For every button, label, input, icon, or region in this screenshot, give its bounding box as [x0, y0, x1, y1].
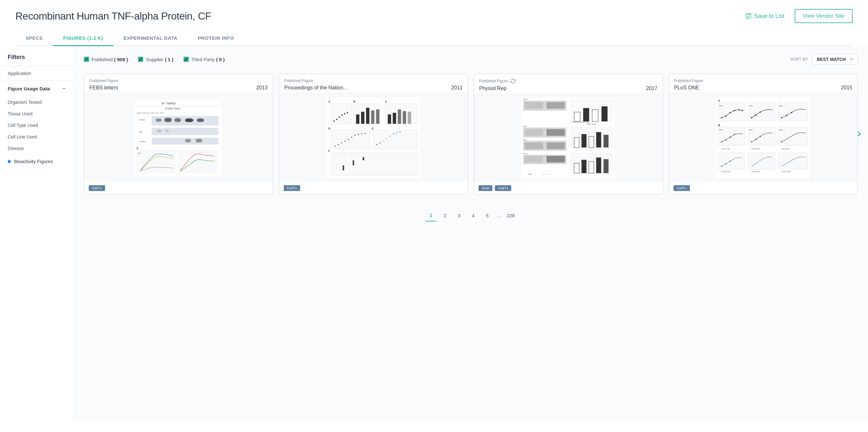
published-checkbox[interactable] [84, 57, 89, 62]
save-to-list-button[interactable]: Save to List [742, 10, 788, 22]
sidebar-item-disease[interactable]: Disease [0, 143, 73, 154]
card-4-footer: CellTx [669, 182, 858, 194]
view-vendor-button[interactable]: View Vendor Site [795, 9, 852, 23]
figure-card-1[interactable]: Published Figure FEBS letters 2013 IP: T… [84, 74, 273, 195]
svg-text:siRNA siRNA: siRNA siRNA [587, 123, 597, 125]
page-last-button[interactable]: 228 [505, 210, 517, 222]
svg-point-138 [786, 115, 787, 116]
svg-point-63 [379, 142, 380, 143]
tab-specs[interactable]: SPECS [16, 31, 53, 46]
svg-point-51 [338, 144, 339, 145]
svg-point-161 [730, 161, 731, 162]
refresh-icon [510, 79, 516, 84]
page-4-button[interactable]: 4 [467, 210, 479, 222]
svg-rect-116 [596, 157, 601, 173]
svg-rect-43 [388, 114, 391, 124]
card-3-label: Published Figure [479, 79, 657, 84]
svg-rect-7 [156, 119, 162, 122]
svg-text:Actin: Actin [523, 152, 528, 154]
svg-point-76 [353, 160, 354, 162]
filter-third-party[interactable]: Third Party ( 0 ) [184, 57, 224, 62]
card-1-header: Published Figure FEBS letters 2013 [84, 74, 273, 93]
card-3-image: Actin Control Scrambled Sp1 siRNA siRNA [474, 94, 663, 182]
svg-rect-162 [748, 153, 775, 170]
svg-rect-163 [778, 153, 808, 170]
page-dots: ... [496, 213, 502, 219]
page-3-button[interactable]: 3 [453, 210, 465, 222]
card-3-footer: ActA CellTx [474, 182, 663, 194]
svg-text:TNFα: TNFα [528, 173, 532, 175]
svg-point-74 [342, 169, 344, 170]
svg-text:B: B [718, 124, 720, 127]
filter-published[interactable]: Published ( 909 ) [84, 57, 128, 62]
svg-point-149 [751, 141, 752, 142]
svg-rect-84 [525, 102, 543, 109]
page-5-button[interactable]: 5 [482, 210, 493, 222]
svg-rect-46 [403, 111, 406, 124]
card-4-image: A Des [669, 93, 858, 182]
svg-rect-39 [366, 108, 369, 124]
svg-text:F: F [328, 149, 330, 152]
sidebar-section-figure-usage[interactable]: Figure Usage Data − [0, 81, 73, 96]
svg-point-127 [734, 110, 735, 111]
sidebar-item-cell-line[interactable]: Cell Line Used [0, 131, 73, 143]
svg-point-68 [396, 132, 397, 133]
sidebar-item-organism[interactable]: Organism Tested [0, 96, 73, 108]
supplier-checkbox[interactable] [138, 57, 143, 62]
svg-rect-38 [361, 112, 364, 124]
svg-text:**: ** [343, 154, 345, 156]
svg-text:log [PI] (M): log [PI] (M) [751, 148, 760, 150]
svg-point-151 [760, 136, 761, 137]
svg-text:IP: TNFR2: IP: TNFR2 [162, 102, 176, 105]
page-2-button[interactable]: 2 [439, 210, 451, 222]
svg-rect-103 [574, 138, 580, 147]
card-4-tag-celltx: CellTx [674, 185, 690, 191]
sort-select[interactable]: BEST MATCH NEWEST OLDEST [812, 54, 858, 65]
svg-rect-18 [185, 139, 191, 142]
svg-rect-6 [152, 116, 218, 125]
card-3-header: Published Figure Physiol Rep 2017 [474, 74, 663, 94]
svg-rect-13 [152, 128, 218, 135]
svg-rect-41 [376, 109, 379, 124]
filter-supplier[interactable]: Supplier ( 1 ) [138, 57, 173, 62]
svg-point-134 [760, 112, 761, 113]
figure-card-3[interactable]: Published Figure Physiol Rep 2017 [474, 74, 663, 195]
sidebar-item-bioactivity[interactable]: Bioactivity Figures [0, 154, 73, 169]
sidebar-item-application[interactable]: Application [0, 66, 73, 81]
third-party-checkbox[interactable] [184, 57, 189, 62]
svg-point-124 [721, 117, 722, 118]
next-arrow-button[interactable] [854, 129, 864, 139]
svg-text:log [GI] (M): log [GI] (M) [751, 171, 760, 172]
svg-text:Des: Des [719, 128, 722, 131]
card-2-header: Published Figure Proceedings of the Nati… [279, 74, 468, 93]
tab-figures[interactable]: FIGURES (1.2 K) [53, 31, 113, 46]
svg-point-73 [342, 165, 344, 167]
page-1-button[interactable]: 1 [425, 210, 437, 222]
svg-text:log [LY] (M): log [LY] (M) [722, 148, 730, 150]
svg-text:Des: Des [749, 105, 753, 107]
svg-text:A: A [718, 99, 720, 102]
figure-card-2[interactable]: Published Figure Proceedings of the Nati… [279, 74, 468, 195]
save-icon [745, 13, 752, 19]
svg-text:B: B [137, 147, 139, 150]
figure-card-4[interactable]: Published Figure PLoS ONE 2015 A [669, 74, 858, 195]
svg-rect-24 [178, 151, 217, 172]
svg-rect-10 [185, 119, 193, 122]
bioactivity-dot-icon [8, 160, 11, 163]
svg-point-75 [353, 162, 354, 164]
svg-point-54 [348, 139, 349, 140]
svg-text:log [V] (M): log [V] (M) [781, 148, 789, 150]
svg-rect-44 [393, 113, 396, 124]
svg-text:Actin: Actin [523, 98, 528, 100]
svg-point-52 [341, 142, 342, 143]
svg-point-50 [334, 145, 335, 146]
svg-text:← IgG: ← IgG [137, 131, 143, 133]
sidebar-item-cell-type[interactable]: Cell Type Used [0, 119, 73, 131]
tab-protein[interactable]: PROTEIN INFO [188, 31, 244, 46]
pagination: 1 2 3 4 5 ... 228 [84, 205, 858, 232]
sidebar-item-tissue[interactable]: Tissue Used [0, 108, 73, 119]
svg-rect-100 [547, 143, 565, 149]
svg-point-126 [730, 112, 731, 113]
tab-experimental[interactable]: EXPERIMENTAL DATA [113, 31, 188, 46]
svg-point-34 [344, 113, 345, 114]
